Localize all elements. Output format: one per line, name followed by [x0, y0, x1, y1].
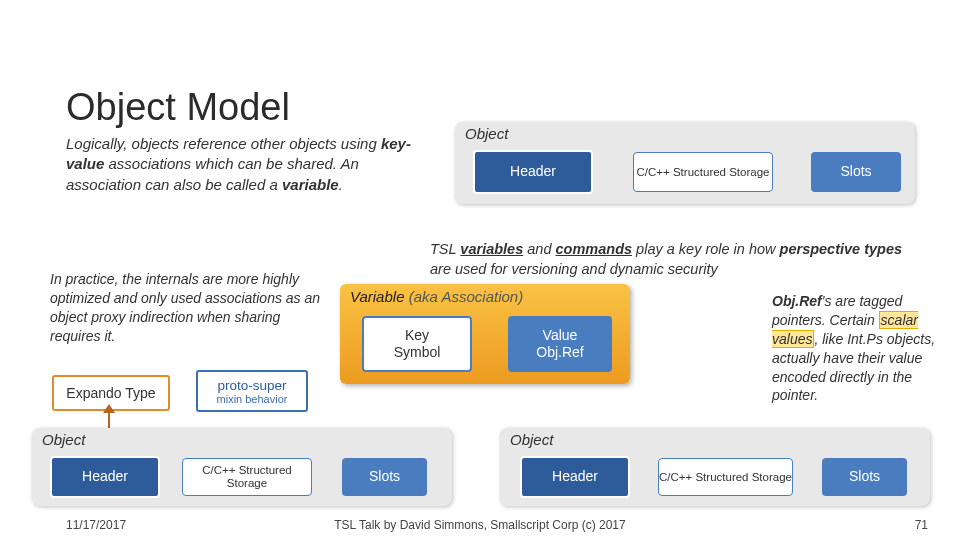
key-box: KeySymbol	[362, 316, 472, 372]
slide-title: Object Model	[66, 86, 290, 129]
practice-paragraph: In practice, the internals are more high…	[50, 270, 330, 346]
object-box-bottom-left: Object Header C/C++ Structured Storage S…	[32, 428, 452, 506]
footer-page-number: 71	[915, 518, 928, 532]
storage-part: C/C++ Structured Storage	[658, 458, 793, 496]
slots-part: Slots	[342, 458, 427, 496]
slots-part: Slots	[811, 152, 901, 192]
slots-part: Slots	[822, 458, 907, 496]
proto-super-box: proto-super mixin behavior	[196, 370, 308, 412]
header-part: Header	[50, 456, 160, 498]
storage-part: C/C++ Structured Storage	[633, 152, 773, 192]
object-box-top: Object Header C/C++ Structured Storage S…	[455, 122, 915, 204]
footer-attribution: TSL Talk by David Simmons, Smallscript C…	[0, 518, 960, 532]
intro-paragraph: Logically, objects reference other objec…	[66, 134, 436, 195]
slide: Object Model Logically, objects referenc…	[0, 0, 960, 540]
variable-box: Variable (aka Association) KeySymbol Val…	[340, 284, 630, 384]
value-box: ValueObj.Ref	[508, 316, 612, 372]
object-box-bottom-right: Object Header C/C++ Structured Storage S…	[500, 428, 930, 506]
header-part: Header	[473, 150, 593, 194]
header-part: Header	[520, 456, 630, 498]
object-label: Object	[42, 431, 85, 448]
object-label: Object	[510, 431, 553, 448]
objref-paragraph: Obj.Ref's are tagged pointers. Certain s…	[772, 292, 942, 405]
tsl-text: TSL variables and commands play a key ro…	[430, 240, 910, 279]
variable-label: Variable (aka Association)	[350, 288, 523, 305]
storage-part: C/C++ Structured Storage	[182, 458, 312, 496]
object-label: Object	[465, 125, 508, 142]
